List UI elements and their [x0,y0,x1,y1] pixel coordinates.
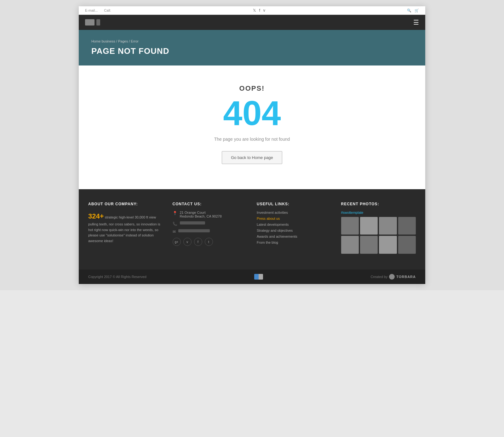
logo-block-2 [96,19,100,26]
photo-3 [379,217,397,235]
email-icon: ✉ [173,230,176,234]
link-developments[interactable]: Latest developments [257,223,332,226]
go-home-button[interactable]: Go back to Home page [222,151,282,164]
link-blog[interactable]: From the blog [257,241,332,244]
twitter-icon-top[interactable]: 𝕏 [253,8,256,13]
footer-grid: ABOUT OUR COMPANY: 324+ strategic high-l… [88,202,416,254]
flag-icon [254,274,263,280]
contact-title: CONTACT US: [173,202,248,206]
footer-center-logo [254,274,263,280]
social-links-top: 𝕏 f v [253,8,265,13]
cart-icon-top[interactable]: 🛒 [415,9,419,13]
breadcrumb: Home business / Pages / Error [91,39,413,43]
call-info: Call: [104,9,111,12]
vimeo-icon[interactable]: v [183,238,192,246]
photo-1 [341,217,359,235]
link-awards[interactable]: Awards and achievements [257,235,332,238]
footer-contact-column: CONTACT US: 📍 21 Orange Court Redondo Be… [173,202,248,254]
photo-2 [360,217,378,235]
hero-area: Home business / Pages / Error PAGE NOT F… [79,30,425,65]
twitter-icon[interactable]: t [205,238,213,246]
about-title: ABOUT OUR COMPANY: [88,202,163,206]
oops-text: OOPS! [85,84,419,93]
footer-links-column: USEFUL LINKS: Investment activities Pres… [257,202,332,254]
stat-number: 324+ [88,212,104,220]
footer-about-column: ABOUT OUR COMPANY: 324+ strategic high-l… [88,202,163,254]
contact-address: 📍 21 Orange Court Redondo Beach, CA 9027… [173,211,248,218]
link-investment[interactable]: Investment activities [257,211,332,214]
address-line1: 21 Orange Court [180,211,222,214]
link-press[interactable]: Press about us [257,217,332,220]
footer-photos-column: RECENT PHOTOS: #swottemplate [341,202,416,254]
email-info: E-mail... [85,9,98,12]
photos-grid [341,217,416,254]
logo-block-1 [85,19,94,26]
email-address [178,229,210,232]
photo-6 [360,236,378,253]
search-icon-top[interactable]: 🔍 [407,9,411,13]
facebook-icon[interactable]: f [194,238,202,246]
hamburger-menu[interactable]: ☰ [413,19,419,26]
photo-7 [379,236,397,253]
vimeo-icon-top[interactable]: v [263,8,265,13]
logo[interactable] [85,19,100,26]
footer: ABOUT OUR COMPANY: 324+ strategic high-l… [79,189,425,270]
top-utility-bar: E-mail... Call: 𝕏 f v 🔍 🛒 [79,6,425,15]
location-icon: 📍 [173,211,177,215]
error-content: OOPS! 404 The page you are looking for n… [79,65,425,189]
google-plus-icon[interactable]: g+ [173,238,181,246]
created-by-text: Created by [370,275,387,279]
photos-title: RECENT PHOTOS: [341,202,416,206]
photo-5 [341,236,359,253]
phone-icon: 📞 [173,222,177,226]
photo-tag: #swottemplate [341,211,416,214]
facebook-icon-top[interactable]: f [259,8,260,13]
error-code: 404 [85,96,419,130]
created-by: Created by TORBARA [370,274,416,280]
top-bar-left: E-mail... Call: [85,9,111,12]
torbara-name: TORBARA [396,275,416,279]
contact-email: ✉ [173,229,248,234]
links-title: USEFUL LINKS: [257,202,332,206]
address-line2: Redondo Beach, CA 90278 [180,214,222,218]
error-description: The page you are looking for not found [85,137,419,142]
link-strategy[interactable]: Strategy and objectives [257,229,332,232]
torbara-icon [389,274,395,280]
main-navigation: ☰ [79,15,425,30]
photo-4 [398,217,416,235]
contact-phone: 📞 [173,221,248,226]
page-title: PAGE NOT FOUND [91,46,413,56]
photo-8 [398,236,416,253]
footer-social-links: g+ v f t [173,238,248,246]
phone-number [180,221,205,224]
copyright-text: Copyright 2017 © All Rights Reserved [88,275,146,279]
footer-bottom-bar: Copyright 2017 © All Rights Reserved Cre… [79,270,425,284]
top-bar-right: 🔍 🛒 [407,9,419,13]
